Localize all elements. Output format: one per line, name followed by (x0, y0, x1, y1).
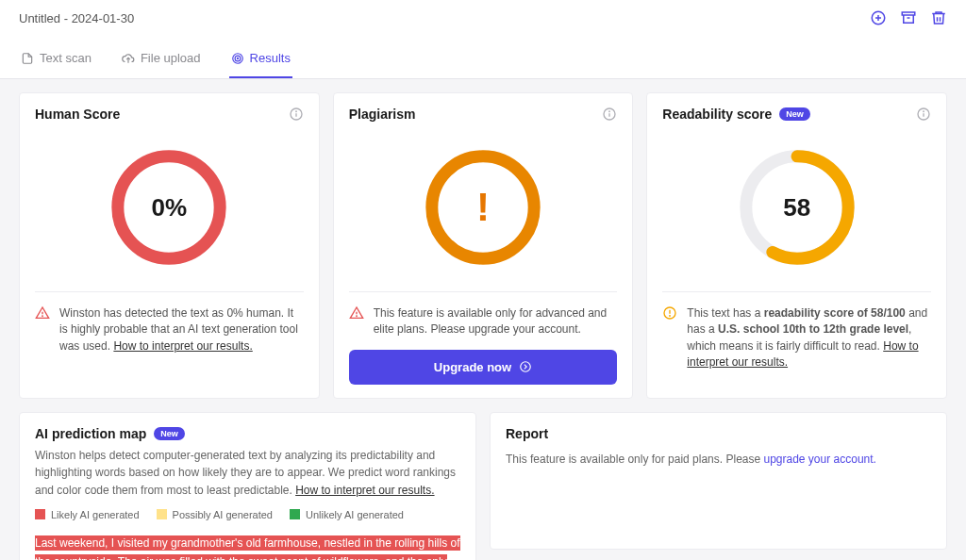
trash-icon (930, 9, 947, 26)
upgrade-button[interactable]: Upgrade now (349, 350, 618, 385)
svg-point-14 (42, 316, 43, 317)
prediction-map-description: Winston helps detect computer-generated … (35, 447, 460, 500)
arrow-circle-icon (519, 360, 532, 373)
plagiarism-footer: This feature is available only for advan… (374, 305, 618, 338)
upload-cloud-icon (122, 52, 135, 65)
svg-point-8 (237, 58, 238, 58)
swatch-yellow-icon (157, 509, 167, 519)
warning-circle-icon (662, 305, 677, 321)
archive-button[interactable] (900, 9, 917, 26)
swatch-green-icon (290, 509, 300, 519)
human-interpret-link[interactable]: How to interpret our results. (113, 339, 252, 353)
archive-icon (900, 9, 917, 26)
tab-file-upload[interactable]: File upload (120, 43, 203, 78)
score-cards-row: Human Score 0% Winston has detected the … (19, 92, 947, 399)
readability-card: Readability score New 58 This text has a (646, 92, 947, 399)
readability-title: Readability score (662, 107, 772, 122)
warning-triangle-icon (349, 305, 364, 321)
svg-point-24 (924, 111, 924, 112)
prediction-interpret-link[interactable]: How to interpret our results. (295, 484, 434, 497)
info-icon[interactable] (916, 107, 931, 122)
prediction-legend: Likely AI generated Possibly AI generate… (35, 509, 460, 520)
svg-point-17 (609, 111, 610, 112)
info-icon[interactable] (602, 107, 617, 122)
page-title: Untitled - 2024-01-30 (19, 11, 134, 25)
report-card: Report This feature is available only fo… (490, 412, 947, 550)
bottom-row: AI prediction map New Winston helps dete… (19, 412, 947, 560)
plus-circle-icon (870, 9, 887, 26)
exclamation-icon: ! (476, 188, 490, 227)
add-button[interactable] (870, 9, 887, 26)
human-score-title: Human Score (35, 107, 120, 122)
tab-file-upload-label: File upload (141, 51, 201, 65)
tabs: Text scan File upload Results (0, 36, 966, 79)
plagiarism-card: Plagiarism ! This feature is available o… (333, 92, 634, 399)
target-icon (231, 52, 244, 65)
swatch-red-icon (35, 509, 45, 519)
svg-point-20 (356, 316, 357, 317)
svg-rect-3 (902, 12, 915, 15)
topbar-actions (870, 9, 947, 26)
readability-gauge: 58 (736, 146, 858, 269)
report-title: Report (506, 426, 548, 441)
upgrade-button-label: Upgrade now (434, 360, 511, 374)
tab-text-scan-label: Text scan (40, 51, 92, 65)
prediction-map-title: AI prediction map (35, 426, 146, 441)
analyzed-text: Last weekend, I visited my grandmother's… (35, 534, 460, 560)
legend-unlikely: Unlikely AI generated (290, 509, 404, 520)
info-icon[interactable] (289, 107, 304, 122)
warning-triangle-icon (35, 305, 50, 321)
human-score-value: 0% (108, 146, 230, 269)
new-badge: New (154, 427, 185, 440)
plagiarism-gauge: ! (422, 146, 544, 269)
legend-possibly: Possibly AI generated (157, 509, 273, 520)
human-score-gauge: 0% (108, 146, 230, 269)
svg-point-21 (521, 362, 531, 372)
readability-value: 58 (736, 146, 858, 269)
legend-likely: Likely AI generated (35, 509, 140, 520)
svg-point-29 (670, 316, 671, 317)
topbar: Untitled - 2024-01-30 (0, 0, 966, 36)
report-body: This feature is available only for paid … (506, 445, 931, 473)
document-icon (21, 52, 34, 65)
tab-results[interactable]: Results (229, 43, 292, 78)
tab-text-scan[interactable]: Text scan (19, 43, 93, 78)
readability-footer: This text has a readability score of 58/… (687, 305, 931, 371)
human-score-footer: Winston has detected the text as 0% huma… (59, 305, 304, 354)
new-badge: New (779, 107, 810, 121)
delete-button[interactable] (930, 9, 947, 26)
plagiarism-title: Plagiarism (349, 107, 416, 122)
main-content: Human Score 0% Winston has detected the … (0, 79, 966, 560)
tab-results-label: Results (250, 51, 291, 65)
human-score-card: Human Score 0% Winston has detected the … (19, 92, 320, 399)
upgrade-account-link[interactable]: upgrade your account. (764, 453, 876, 466)
ai-prediction-map-card: AI prediction map New Winston helps dete… (19, 412, 476, 560)
svg-point-11 (295, 111, 296, 112)
